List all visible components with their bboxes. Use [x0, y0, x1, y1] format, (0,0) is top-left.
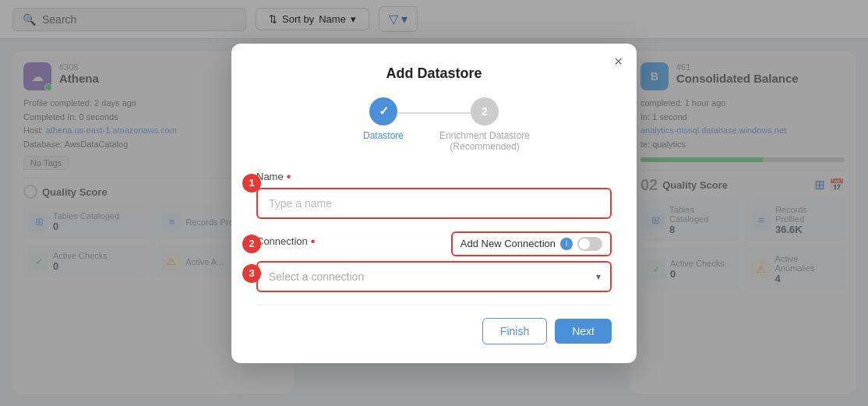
add-connection-toggle[interactable]	[577, 237, 602, 251]
add-connection-label: Add New Connection	[460, 238, 556, 249]
required-indicator-2: •	[311, 235, 316, 248]
step-1-label: Datastore	[363, 130, 404, 141]
step-2-label: Enrichment Datastore(Recommended)	[439, 130, 530, 152]
connection-select[interactable]: Select a connection	[258, 263, 610, 291]
connection-field-group: Connection • 2 Add New Connection i 3 S	[256, 231, 612, 292]
step-badge-3: 3	[242, 264, 261, 283]
step-badge-2: 2	[242, 235, 261, 253]
finish-button[interactable]: Finish	[482, 318, 547, 344]
step-1: ✓ Datastore	[333, 97, 434, 141]
add-datastore-modal: × Add Datastore ✓ Datastore 2 Enrichment…	[231, 44, 637, 363]
name-label: Name •	[256, 171, 612, 183]
add-connection-group: Add New Connection i	[451, 231, 612, 256]
modal-footer: Finish Next	[256, 318, 612, 344]
name-field-group: Name •	[256, 171, 612, 219]
step-2-circle: 2	[471, 97, 499, 125]
stepper: ✓ Datastore 2 Enrichment Datastore(Recom…	[256, 97, 612, 152]
next-button[interactable]: Next	[555, 319, 612, 344]
step-2: 2 Enrichment Datastore(Recommended)	[434, 97, 535, 152]
required-indicator: •	[287, 171, 291, 183]
step-1-circle: ✓	[369, 97, 397, 125]
modal-divider	[256, 305, 612, 305]
step-badge-1: 1	[242, 174, 261, 192]
connection-row: Connection • 2 Add New Connection i	[256, 231, 612, 256]
connection-select-wrapper: Select a connection ▾	[256, 261, 612, 292]
connection-label: Connection •	[256, 235, 315, 248]
close-button[interactable]: ×	[614, 55, 623, 69]
modal-title: Add Datastore	[256, 65, 612, 82]
info-icon: i	[560, 238, 573, 250]
name-input[interactable]	[256, 188, 612, 219]
modal-overlay: × Add Datastore ✓ Datastore 2 Enrichment…	[0, 0, 868, 406]
